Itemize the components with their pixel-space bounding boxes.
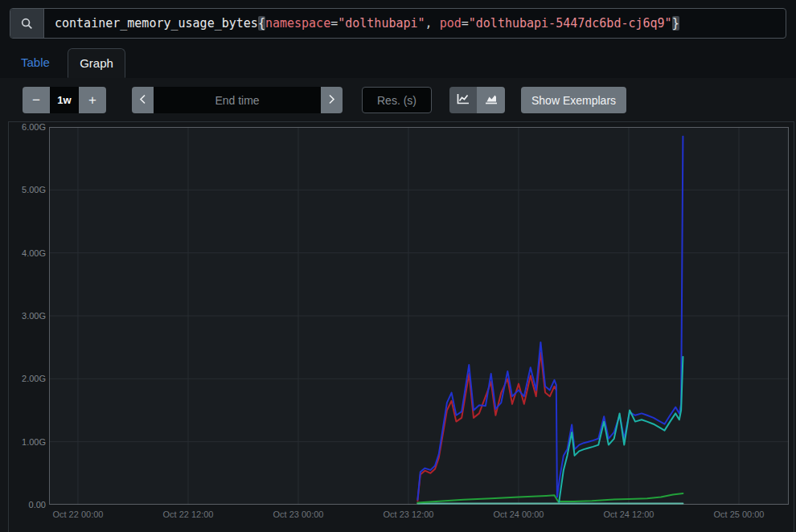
x-tick-label: Oct 22 12:00 (152, 509, 224, 519)
x-tick-label: Oct 24 12:00 (593, 509, 665, 519)
series-red-line (417, 352, 556, 501)
graph-panel: − + (0, 78, 796, 532)
graph-toolbar: − + (0, 87, 796, 113)
query-token-label: pod (440, 16, 462, 31)
y-tick-label: 6.00G (10, 122, 46, 132)
stacked-area-chart-icon (485, 92, 498, 108)
chart-type-toggle-group (449, 87, 505, 113)
x-tick-label: Oct 22 00:00 (42, 509, 114, 519)
y-tick-label: 5.00G (10, 185, 46, 194)
tab-table[interactable]: Table (21, 48, 50, 77)
series-green-line (417, 493, 683, 503)
chevron-right-icon (328, 92, 335, 108)
query-token-punct: , (425, 16, 440, 31)
query-token-label: namespace (265, 16, 330, 31)
search-icon (10, 9, 44, 38)
chart-plot-area[interactable] (49, 127, 789, 505)
range-decrease-button[interactable]: − (23, 87, 50, 113)
series-blue-line (417, 137, 683, 500)
range-control-group: − + (23, 87, 106, 113)
time-back-button[interactable] (132, 87, 154, 113)
line-chart-toggle-button[interactable] (449, 87, 477, 113)
y-tick-label: 4.00G (10, 248, 46, 258)
tab-graph[interactable]: Graph (68, 48, 125, 78)
line-chart-icon (457, 92, 470, 108)
y-tick-label: 1.00G (10, 437, 46, 447)
x-tick-label: Oct 23 00:00 (262, 509, 334, 519)
time-forward-button[interactable] (321, 87, 343, 113)
query-token-brace: } (672, 16, 679, 31)
end-time-input[interactable] (154, 87, 321, 113)
x-tick-label: Oct 23 12:00 (372, 509, 445, 519)
query-expression-input[interactable]: container_memory_usage_bytes{namespace="… (44, 9, 786, 38)
tab-bar: Table Graph (0, 48, 796, 79)
query-token-op: = (462, 16, 469, 31)
stacked-chart-toggle-button[interactable] (477, 87, 505, 113)
x-tick-label: Oct 25 00:00 (703, 509, 775, 519)
query-token-metric: container_memory_usage_bytes (55, 16, 258, 31)
show-exemplars-button[interactable]: Show Exemplars (521, 87, 626, 113)
range-increase-button[interactable]: + (79, 87, 106, 113)
query-token-string: "dolthubapi-5447dc6bd-cj6q9" (469, 16, 672, 31)
end-time-control-group (132, 87, 343, 113)
query-token-string: "dolthubapi" (338, 16, 425, 31)
x-tick-label: Oct 24 00:00 (482, 509, 555, 519)
y-tick-label: 2.00G (10, 374, 46, 383)
y-tick-label: 0.00 (10, 500, 46, 509)
query-token-brace: { (258, 16, 265, 31)
graph-container: 0.001.00G2.00G3.00G4.00G5.00G6.00G Oct 2… (8, 121, 794, 532)
resolution-input[interactable] (362, 87, 432, 113)
query-bar: container_memory_usage_bytes{namespace="… (10, 8, 786, 39)
query-token-op: = (330, 16, 338, 31)
chevron-left-icon (139, 92, 146, 108)
range-input[interactable] (50, 87, 79, 113)
y-tick-label: 3.00G (10, 311, 46, 321)
